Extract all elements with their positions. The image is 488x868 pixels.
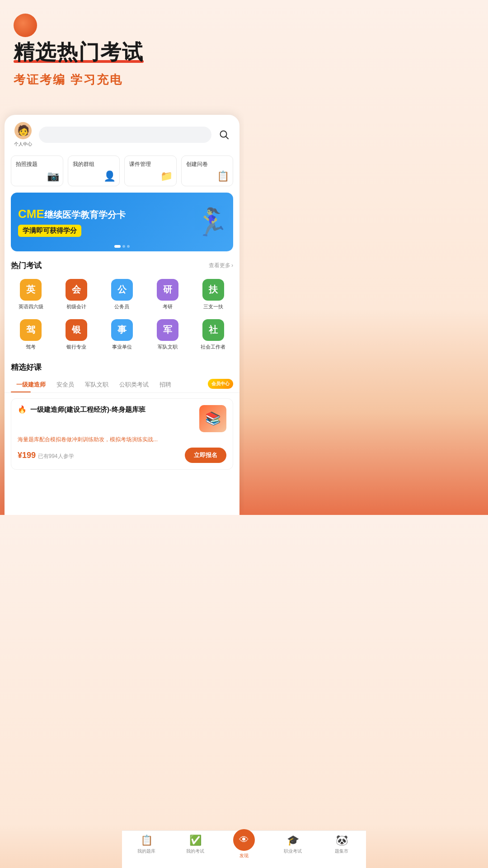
hot-exams-more[interactable]: 查看更多 ›: [209, 262, 233, 269]
search-input[interactable]: [45, 131, 205, 138]
quick-action-questionnaire[interactable]: 创建问卷 📋: [181, 156, 234, 186]
vip-badge[interactable]: 会员中心: [208, 379, 233, 389]
exam-label-english: 英语四六级: [19, 303, 43, 310]
exam-item-english[interactable]: 英 英语四六级: [8, 275, 54, 316]
search-button[interactable]: [216, 127, 232, 143]
exam-label-graduate: 考研: [163, 303, 173, 310]
quick-action-photo[interactable]: 拍照搜题 📷: [11, 156, 63, 186]
exam-item-institution[interactable]: 事 事业单位: [99, 316, 145, 356]
folder-icon: 📁: [160, 170, 173, 182]
banner-dot-3: [127, 245, 130, 248]
selected-courses-title: 精选好课: [11, 362, 42, 373]
quick-action-group[interactable]: 我的群组 👤: [68, 156, 120, 186]
banner-subtitle: 学满即可获得学分: [23, 226, 77, 234]
course-price: ¥199: [18, 451, 36, 460]
app-header: 🧑 个人中心: [5, 115, 239, 152]
tab-first-constructor[interactable]: 一级建造师: [11, 377, 51, 392]
exam-label-social: 社会工作者: [201, 344, 225, 350]
exam-icon-graduate: 研: [157, 279, 178, 301]
banner-subtitle-box: 学满即可获得学分: [18, 225, 81, 237]
course-title: 一级建造师(建设工程经济)-终身题库班: [30, 405, 196, 414]
course-description: 海量题库配合模拟卷做冲刺训练助攻，模拟考场演练实战...: [18, 436, 226, 443]
exam-label-institution: 事业单位: [112, 344, 132, 350]
avatar: 🧑: [14, 122, 32, 139]
hero-title: 精选热门考试: [14, 41, 230, 64]
banner-dots: [114, 245, 130, 248]
selected-courses-section: 精选好课 一级建造师 安全员 军队文职 公职类考试 招聘 会员中心 🔥 一级建造…: [5, 356, 239, 470]
banner-content: CME继续医学教育学分卡 学满即可获得学分: [11, 202, 133, 242]
course-tabs: 一级建造师 安全员 军队文职 公职类考试 招聘 会员中心: [5, 377, 239, 393]
selected-courses-header: 精选好课: [5, 359, 239, 377]
exam-icon-banking: 银: [66, 319, 87, 341]
promo-banner[interactable]: CME继续医学教育学分卡 学满即可获得学分 🏃‍♀️: [11, 193, 233, 251]
exam-icon-institution: 事: [111, 319, 133, 341]
exam-icon-english: 英: [20, 279, 42, 301]
exam-icon-social: 社: [202, 319, 224, 341]
avatar-label: 个人中心: [14, 141, 32, 147]
exam-label-driving: 驾考: [26, 344, 36, 350]
camera-icon: 📷: [47, 170, 59, 182]
banner-decoration: 🏃‍♀️: [195, 206, 229, 238]
exam-item-banking[interactable]: 银 银行专业: [54, 316, 99, 356]
exam-icon-military: 军: [157, 319, 178, 341]
exam-icon-accounting: 会: [66, 279, 87, 301]
hot-exams-title: 热门考试: [11, 260, 42, 271]
tab-military-civil[interactable]: 军队文职: [80, 377, 114, 392]
course-thumbnail: 📚: [199, 405, 226, 432]
exam-item-accounting[interactable]: 会 初级会计: [54, 275, 99, 316]
exam-item-graduate[interactable]: 研 考研: [145, 275, 190, 316]
hero-subtitle: 考证考编 学习充电: [14, 72, 230, 88]
exam-icon-civil: 公: [111, 279, 133, 301]
quick-actions: 拍照搜题 📷 我的群组 👤 课件管理 📁 创建问卷 📋: [5, 152, 239, 193]
avatar-wrap[interactable]: 🧑 个人中心: [12, 122, 34, 147]
exam-icon-sanzhiyifu: 扶: [202, 279, 224, 301]
hero-decoration-circle: [14, 14, 37, 37]
exam-label-civil: 公务员: [114, 303, 129, 310]
tab-recruitment[interactable]: 招聘: [154, 377, 177, 392]
app-card: 🧑 个人中心 拍照搜题 📷 我的群组 👤 课件管理 📁 创建问卷: [5, 115, 239, 515]
tab-public-service[interactable]: 公职类考试: [114, 377, 154, 392]
exam-label-banking: 银行专业: [66, 344, 86, 350]
course-students: 已有994人参学: [38, 453, 74, 459]
group-icon: 👤: [103, 170, 116, 182]
search-bar[interactable]: [39, 127, 211, 143]
exam-label-accounting: 初级会计: [66, 303, 86, 310]
fire-icon: 🔥: [18, 405, 27, 414]
exam-item-civil[interactable]: 公 公务员: [99, 275, 145, 316]
exam-item-driving[interactable]: 驾 驾考: [8, 316, 54, 356]
banner-title: CME继续医学教育学分卡: [18, 207, 126, 221]
banner-dot-2: [122, 245, 125, 248]
exam-item-sanzhiyifu[interactable]: 扶 三支一扶: [190, 275, 236, 316]
exam-item-social[interactable]: 社 社会工作者: [190, 316, 236, 356]
tab-safety[interactable]: 安全员: [51, 377, 80, 392]
exam-label-sanzhiyifu: 三支一扶: [203, 303, 223, 310]
course-card: 🔥 一级建造师(建设工程经济)-终身题库班 📚 海量题库配合模拟卷做冲刺训练助攻…: [11, 398, 233, 470]
exam-item-military[interactable]: 军 军队文职: [145, 316, 190, 356]
svg-line-1: [226, 136, 229, 139]
banner-dot-1: [114, 245, 121, 248]
hero-section: 精选热门考试 考证考编 学习充电: [0, 0, 244, 97]
questionnaire-icon: 📋: [217, 170, 229, 182]
enroll-button[interactable]: 立即报名: [185, 448, 226, 463]
exam-icon-driving: 驾: [20, 319, 42, 341]
exam-grid: 英 英语四六级 会 初级会计 公 公务员 研 考研 扶 三支一扶 驾 驾考 银 …: [5, 275, 239, 356]
quick-action-courseware[interactable]: 课件管理 📁: [124, 156, 177, 186]
hot-exams-header: 热门考试 查看更多 ›: [5, 258, 239, 275]
exam-label-military: 军队文职: [158, 344, 178, 350]
